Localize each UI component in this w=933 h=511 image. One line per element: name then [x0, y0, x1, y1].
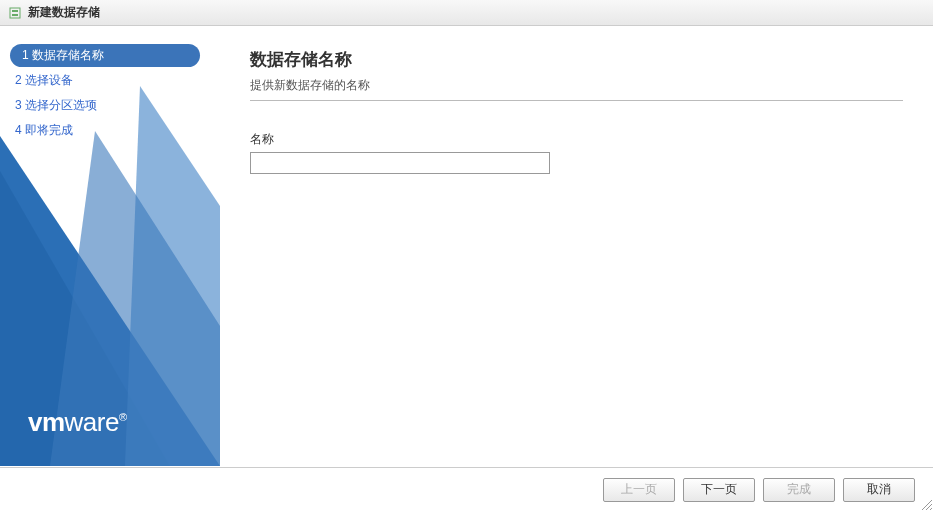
vmware-logo: vmware®	[28, 407, 127, 438]
name-label: 名称	[250, 131, 903, 148]
next-button[interactable]: 下一页	[683, 478, 755, 502]
wizard-sidebar: 1 数据存储名称 2 选择设备 3 选择分区选项 4 即将完成 vmware®	[0, 26, 220, 466]
svg-rect-0	[10, 8, 20, 18]
svg-rect-1	[12, 10, 18, 12]
cancel-button[interactable]: 取消	[843, 478, 915, 502]
svg-rect-2	[12, 14, 18, 16]
button-bar: 上一页 下一页 完成 取消	[0, 467, 933, 511]
panel-title: 数据存储名称	[250, 48, 903, 71]
back-button[interactable]: 上一页	[603, 478, 675, 502]
window-title: 新建数据存储	[28, 4, 100, 21]
finish-button[interactable]: 完成	[763, 478, 835, 502]
wizard-step-4[interactable]: 4 即将完成	[0, 119, 220, 142]
resize-grip[interactable]	[919, 497, 933, 511]
svg-line-9	[930, 508, 932, 510]
wizard-step-1[interactable]: 1 数据存储名称	[10, 44, 200, 67]
datastore-icon	[8, 6, 22, 20]
name-input[interactable]	[250, 152, 550, 174]
main-panel: 数据存储名称 提供新数据存储的名称 名称	[220, 26, 933, 466]
window-titlebar: 新建数据存储	[0, 0, 933, 26]
wizard-step-2[interactable]: 2 选择设备	[0, 69, 220, 92]
wizard-steps: 1 数据存储名称 2 选择设备 3 选择分区选项 4 即将完成	[0, 26, 220, 142]
wizard-step-3[interactable]: 3 选择分区选项	[0, 94, 220, 117]
panel-subtitle: 提供新数据存储的名称	[250, 77, 903, 101]
